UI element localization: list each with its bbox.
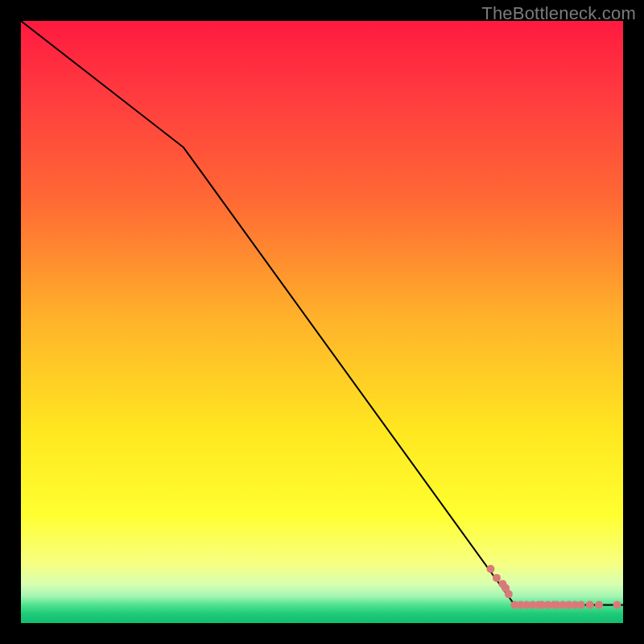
data-point: [613, 601, 621, 609]
figure-container: TheBottleneck.com: [0, 0, 644, 644]
data-point: [493, 574, 501, 582]
attribution-label: TheBottleneck.com: [481, 3, 636, 24]
data-point: [595, 601, 603, 609]
chart-background: [21, 21, 623, 623]
data-point: [586, 601, 594, 609]
data-point: [486, 565, 494, 573]
data-point: [505, 590, 513, 598]
data-point: [577, 601, 585, 609]
chart-canvas: [21, 21, 623, 623]
